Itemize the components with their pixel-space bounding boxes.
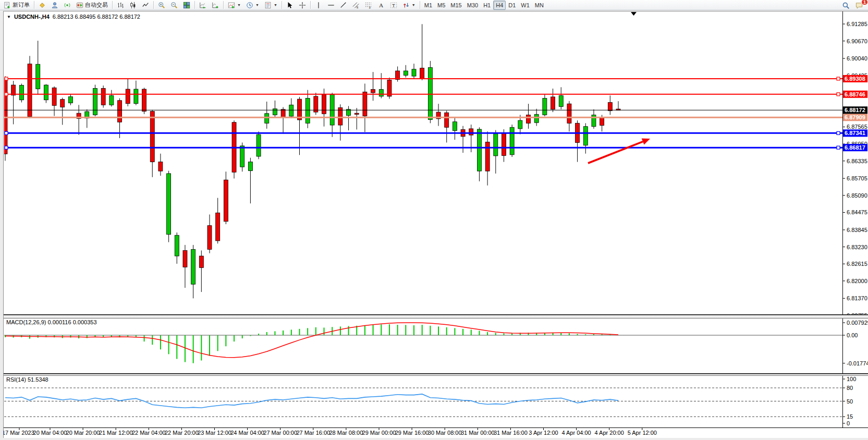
text-button[interactable]: A bbox=[375, 1, 387, 10]
timeframe-button-h4[interactable]: H4 bbox=[493, 1, 506, 10]
macd-scale: 0.0079290.00-0.017743 bbox=[842, 320, 868, 366]
chart-shift-marker-icon[interactable] bbox=[631, 12, 637, 16]
signals-button[interactable] bbox=[61, 1, 74, 10]
svg-text:6.82000: 6.82000 bbox=[847, 278, 867, 284]
autotrade-icon bbox=[76, 2, 83, 9]
svg-text:24 Mar 04:00: 24 Mar 04:00 bbox=[230, 430, 264, 436]
toolbar-separator bbox=[112, 1, 113, 9]
annotation-arrow[interactable] bbox=[588, 138, 650, 163]
svg-text:6.89308: 6.89308 bbox=[845, 76, 865, 82]
fibonacci-button[interactable]: F bbox=[362, 1, 375, 10]
svg-text:30 Mar 08:00: 30 Mar 08:00 bbox=[428, 430, 462, 436]
window-bottom-edge bbox=[0, 438, 868, 440]
svg-text:6.86817: 6.86817 bbox=[845, 144, 865, 151]
svg-text:100: 100 bbox=[847, 376, 856, 382]
ohlc-values: 6.88213 6.88495 6.88172 6.88172 bbox=[53, 14, 140, 20]
svg-text:80: 80 bbox=[847, 385, 853, 391]
svg-text:F: F bbox=[369, 6, 371, 9]
svg-text:6.87909: 6.87909 bbox=[845, 114, 865, 120]
chevron-down-icon[interactable]: ▼ bbox=[412, 3, 415, 7]
svg-text:50: 50 bbox=[847, 398, 853, 405]
symbol-period-label: USDCNH-,H4 bbox=[14, 14, 50, 20]
svg-text:0: 0 bbox=[847, 420, 850, 426]
autotrade-button-label: 自动交易 bbox=[85, 1, 108, 9]
svg-text:E: E bbox=[357, 6, 359, 9]
periods-button[interactable]: ▼ bbox=[243, 1, 262, 10]
candle-chart-button[interactable] bbox=[127, 1, 139, 10]
templates-button[interactable]: ▼ bbox=[262, 1, 280, 10]
candles[interactable] bbox=[3, 24, 620, 298]
auto-scroll-icon bbox=[199, 2, 206, 9]
new-order-icon bbox=[4, 2, 11, 9]
timeframe-button-h1[interactable]: H1 bbox=[481, 1, 493, 10]
svg-text:6.90040: 6.90040 bbox=[847, 55, 867, 62]
macd-panel[interactable] bbox=[4, 323, 842, 363]
market-watch-icon bbox=[51, 2, 58, 9]
hline-icon bbox=[327, 2, 335, 9]
svg-text:31 Mar 16:00: 31 Mar 16:00 bbox=[494, 430, 528, 436]
svg-text:-0.017743: -0.017743 bbox=[847, 360, 868, 366]
indicators-button[interactable]: ▼ bbox=[225, 1, 243, 10]
candle-chart-icon bbox=[129, 2, 137, 9]
chevron-down-icon[interactable]: ▼ bbox=[237, 3, 241, 7]
toolbar-separator bbox=[223, 1, 224, 9]
horizontal-line-button[interactable] bbox=[325, 1, 337, 10]
vline-icon bbox=[315, 2, 322, 9]
chart-profiles-icon bbox=[39, 2, 46, 9]
rsi-name: RSI(14) bbox=[6, 376, 26, 383]
svg-text:22 Mar 20:00: 22 Mar 20:00 bbox=[165, 430, 199, 436]
svg-text:6.86335: 6.86335 bbox=[847, 158, 867, 164]
new-order-button[interactable]: 新订单 bbox=[1, 1, 32, 10]
svg-text:27 Mar 00:00: 27 Mar 00:00 bbox=[263, 430, 297, 436]
cursor-button[interactable] bbox=[284, 1, 296, 10]
svg-text:6.83845: 6.83845 bbox=[847, 227, 867, 233]
zoom-out-button[interactable] bbox=[168, 1, 180, 10]
svg-text:6.88172: 6.88172 bbox=[845, 107, 865, 113]
time-scale[interactable]: 17 Mar 202320 Mar 04:0020 Mar 20:0021 Ma… bbox=[2, 428, 657, 436]
line-chart-button[interactable] bbox=[139, 1, 152, 10]
chart-shift-button[interactable] bbox=[209, 1, 222, 10]
template-icon bbox=[264, 2, 272, 9]
window-left-edge bbox=[0, 11, 4, 438]
tile-windows-icon bbox=[183, 2, 190, 9]
notifications-button[interactable]: 1 bbox=[852, 1, 866, 10]
timeframe-button-m15[interactable]: M15 bbox=[448, 1, 464, 10]
auto-scroll-button[interactable] bbox=[197, 1, 209, 10]
timeframe-button-m1[interactable]: M1 bbox=[422, 1, 435, 10]
price-scale[interactable]: 6.912856.906706.900406.894256.887956.881… bbox=[842, 21, 867, 319]
timeframe-button-m30[interactable]: M30 bbox=[464, 1, 481, 10]
timeframe-button-w1[interactable]: W1 bbox=[518, 1, 532, 10]
timeframe-button-m5[interactable]: M5 bbox=[435, 1, 448, 10]
timeframe-button-mn[interactable]: MN bbox=[532, 1, 546, 10]
macd-panel-splitter[interactable] bbox=[0, 315, 868, 319]
text-label-button[interactable]: T bbox=[387, 1, 400, 10]
horizontal-lines[interactable]: 6.879096.893086.887466.873416.868176.881… bbox=[4, 75, 867, 151]
macd-indicator-label: MACD(12,26,9) 0.000116 0.000353 bbox=[6, 319, 97, 325]
vertical-line-button[interactable] bbox=[312, 1, 325, 10]
svg-text:3 Apr 12:00: 3 Apr 12:00 bbox=[529, 430, 558, 436]
price-line-label: 6.89308 bbox=[843, 75, 867, 82]
svg-text:4 Apr 04:00: 4 Apr 04:00 bbox=[561, 430, 591, 436]
bar-chart-button[interactable] bbox=[114, 1, 127, 10]
autotrade-button[interactable]: 自动交易 bbox=[74, 1, 111, 10]
timeframe-button-d1[interactable]: D1 bbox=[506, 1, 518, 10]
svg-text:5 Apr 12:00: 5 Apr 12:00 bbox=[628, 430, 657, 436]
line-chart-icon bbox=[142, 2, 149, 9]
chart-profiles-button[interactable] bbox=[36, 1, 48, 10]
arrows-button[interactable]: ▼ bbox=[400, 1, 418, 10]
toolbar-right-group: 1 bbox=[839, 0, 866, 10]
collapse-triangle-icon[interactable]: ▼ bbox=[7, 15, 11, 19]
svg-text:6.85705: 6.85705 bbox=[847, 175, 867, 181]
trendline-icon bbox=[340, 2, 347, 9]
trendline-button[interactable] bbox=[337, 1, 350, 10]
equidistant-channel-button[interactable]: E bbox=[350, 1, 362, 10]
rsi-panel[interactable] bbox=[4, 388, 842, 417]
chevron-down-icon[interactable]: ▼ bbox=[255, 3, 259, 7]
search-button[interactable] bbox=[839, 1, 852, 10]
tile-windows-button[interactable] bbox=[180, 1, 193, 10]
crosshair-button[interactable] bbox=[296, 1, 309, 10]
rsi-panel-splitter[interactable] bbox=[0, 374, 868, 376]
zoom-in-button[interactable] bbox=[155, 1, 168, 10]
market-watch-button[interactable] bbox=[48, 1, 61, 10]
chevron-down-icon[interactable]: ▼ bbox=[274, 3, 277, 7]
